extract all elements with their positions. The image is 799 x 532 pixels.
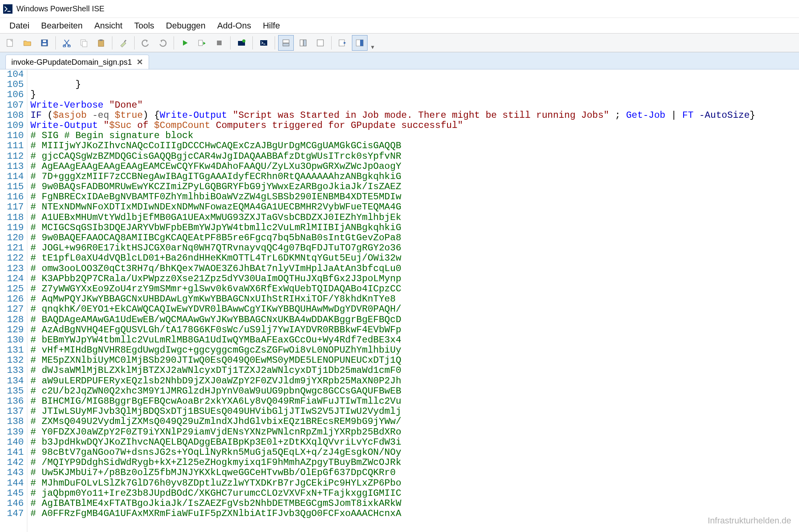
- code-line: # MJhmDuFOLvLSlZk7GlD76h0yv8ZDptluZzlwYT…: [30, 478, 799, 488]
- line-number: 130: [0, 335, 24, 345]
- line-number: 138: [0, 417, 24, 427]
- line-number: 119: [0, 223, 24, 233]
- line-number: 121: [0, 243, 24, 253]
- line-number: 127: [0, 304, 24, 314]
- line-number: 117: [0, 202, 24, 212]
- line-number: 135: [0, 386, 24, 396]
- menu-debug[interactable]: Debuggen: [160, 18, 211, 33]
- menu-addons[interactable]: Add-Ons: [212, 18, 257, 33]
- code-line: # aW9uLERDPUFERyxEQzlsb2NhbD9jZXJ0aWZpY2…: [30, 376, 799, 386]
- svg-rect-23: [339, 40, 344, 46]
- line-number: 120: [0, 233, 24, 243]
- undo-button[interactable]: [138, 35, 153, 51]
- menu-tools[interactable]: Tools: [129, 18, 160, 33]
- line-number: 132: [0, 355, 24, 365]
- code-line: # ZXMsQ049U2VydmljZXMsQ049Q29uZmlndXJhdG…: [30, 417, 799, 427]
- new-button[interactable]: [2, 35, 18, 51]
- menu-view[interactable]: Ansicht: [89, 18, 128, 33]
- svg-rect-19: [283, 43, 289, 46]
- toolbar: ▾: [0, 34, 799, 52]
- app-title: Windows PowerShell ISE: [16, 4, 105, 13]
- code-line: # jaQbpm0Yo11+IreZ3b8JUpdBOdC/XKGHC7urum…: [30, 488, 799, 498]
- code-line: # FgNBRECxIDAeBgNVBAMTF0ZhYmlhbiBOaWVzZW…: [30, 192, 799, 202]
- show-script-pane-right-button[interactable]: [295, 35, 311, 51]
- toolbar-overflow-icon[interactable]: ▾: [369, 35, 376, 51]
- line-number: 126: [0, 294, 24, 304]
- code-line: # Z7yWWGYXxEo9ZoU4rzY9mSMmr+glSwv0k6vaWX…: [30, 284, 799, 294]
- code-line: # JOGL+w96R0E17iktHSJCGX0arNq0WH7QTRvnay…: [30, 243, 799, 253]
- code-line: # /MQIYP9DdghSidWdRygb+kX+Zl25eZHogkmyix…: [30, 458, 799, 468]
- svg-rect-5: [43, 40, 46, 42]
- tab-label: invoke-GPupdateDomain_sign.ps1: [11, 58, 132, 67]
- svg-rect-0: [3, 4, 12, 14]
- svg-rect-9: [82, 41, 87, 47]
- menu-edit[interactable]: Bearbeiten: [36, 18, 88, 33]
- line-number: 113: [0, 161, 24, 172]
- run-selection-button[interactable]: [194, 35, 210, 51]
- svg-rect-18: [283, 40, 289, 43]
- svg-rect-21: [304, 40, 306, 46]
- svg-rect-20: [300, 40, 303, 46]
- code-line: # BIHCMIG/MIG8BggrBgEFBQcwAoaBr2xkYXA6Ly…: [30, 396, 799, 406]
- code-line: # c2U/b2JqZWN0Q2xhc3M9Y1JMRGlzdHJpYnV0aW…: [30, 386, 799, 396]
- menu-file[interactable]: Datei: [4, 18, 35, 33]
- line-number: 115: [0, 182, 24, 192]
- toolbar-separator: [331, 36, 332, 50]
- menu-bar: Datei Bearbeiten Ansicht Tools Debuggen …: [0, 18, 799, 34]
- line-number: 128: [0, 315, 24, 325]
- show-script-pane-top-button[interactable]: [278, 35, 294, 51]
- code-line: # 9w0BAQEFAAOCAQ8AMIIBCgKCAQEAtPF8B5re6F…: [30, 233, 799, 243]
- svg-rect-16: [260, 40, 267, 46]
- tab-close-icon[interactable]: ✕: [137, 57, 143, 67]
- code-line: # SIG # Begin signature block: [30, 131, 799, 141]
- tab-bar: invoke-GPupdateDomain_sign.ps1 ✕: [0, 52, 799, 69]
- line-number: 122: [0, 253, 24, 263]
- clear-button[interactable]: [115, 35, 131, 51]
- run-button[interactable]: [177, 35, 193, 51]
- copy-button[interactable]: [76, 35, 92, 51]
- line-number: 105: [0, 80, 24, 90]
- code-line: # JTIwLSUyMFJvb3QlMjBDQSxDTj1BSUEsQ049UH…: [30, 406, 799, 417]
- start-powershell-button[interactable]: [256, 35, 272, 51]
- show-command-addon-button[interactable]: [335, 35, 350, 51]
- redo-button[interactable]: [155, 35, 170, 51]
- line-number: 140: [0, 437, 24, 447]
- line-number: 112: [0, 151, 24, 161]
- code-line: # AgIBATBlME4xFTATBgoJkiaJk/IsZAEZFgVsb2…: [30, 498, 799, 509]
- code-line: [30, 69, 799, 80]
- cut-button[interactable]: [59, 35, 75, 51]
- code-line: # b3JpdHkwDQYJKoZIhvcNAQELBQADggEBAIBpKp…: [30, 437, 799, 447]
- code-line: # AgEAAgEAAgEAAgEAAgEAMCEwCQYFKw4DAhoFAA…: [30, 161, 799, 172]
- menu-help[interactable]: Hilfe: [257, 18, 286, 33]
- toolbar-separator: [112, 36, 112, 50]
- svg-rect-10: [98, 40, 104, 46]
- save-button[interactable]: [37, 35, 52, 51]
- script-tab[interactable]: invoke-GPupdateDomain_sign.ps1 ✕: [5, 55, 149, 69]
- code-line: # 9w0BAQsFADBOMRUwEwYKCZImiZPyLGQBGRYFbG…: [30, 182, 799, 192]
- paste-button[interactable]: [93, 35, 109, 51]
- code-line: # A0FFRzFgMB4GA1UFAxMXRmFiaWFuIF5pZXNlbi…: [30, 509, 799, 519]
- show-script-pane-max-button[interactable]: [312, 35, 328, 51]
- title-bar: Windows PowerShell ISE: [0, 0, 799, 18]
- line-number: 107: [0, 100, 24, 110]
- svg-rect-12: [199, 40, 202, 46]
- new-remote-tab-button[interactable]: [234, 35, 249, 51]
- toolbar-separator: [275, 36, 275, 50]
- line-number: 131: [0, 345, 24, 355]
- svg-point-15: [242, 39, 245, 43]
- line-number: 110: [0, 131, 24, 141]
- show-command-window-button[interactable]: [352, 35, 368, 51]
- line-number: 125: [0, 284, 24, 294]
- editor-pane: 1041051061071081091101111121131141151161…: [0, 69, 799, 532]
- svg-rect-11: [99, 39, 103, 41]
- code-line: Write-Output "$Suc of $CompCount Compute…: [30, 121, 799, 131]
- stop-button[interactable]: [211, 35, 227, 51]
- code-line: # bEBmYWJpYW4tbmllc2VuLmRlMB8GA1UdIwQYMB…: [30, 335, 799, 345]
- code-line: # Uw5KJMbUi7+/p8Bz0olZ5fbMJNJYKXkLqweGGC…: [30, 468, 799, 478]
- line-number: 106: [0, 90, 24, 100]
- open-button[interactable]: [20, 35, 35, 51]
- line-number: 143: [0, 468, 24, 478]
- line-number: 114: [0, 172, 24, 182]
- code-area[interactable]: }}Write-Verbose "Done"IF ($asjob -eq $tr…: [27, 69, 799, 532]
- code-line: # 7D+gggXzMIIF7zCCBNegAwIBAgITGgAAAIdyfE…: [30, 172, 799, 182]
